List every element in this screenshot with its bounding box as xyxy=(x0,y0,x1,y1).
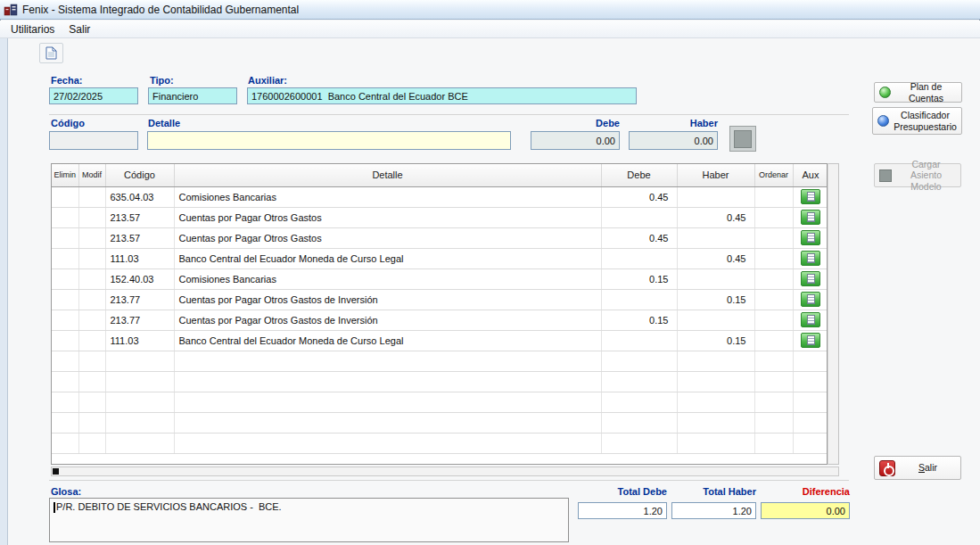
cell-empty[interactable] xyxy=(754,351,793,371)
gray-square-button[interactable] xyxy=(729,126,756,152)
aux-button[interactable] xyxy=(801,312,820,327)
cell-empty[interactable] xyxy=(174,392,601,412)
menu-salir[interactable]: Salir xyxy=(62,21,97,37)
plan-de-cuentas-button[interactable]: Plan de Cuentas xyxy=(874,82,962,103)
glosa-input[interactable]: P/R. DEBITO DE SERVICIOS BANCARIOS - BCE… xyxy=(49,498,569,542)
cell-ordenar[interactable] xyxy=(754,207,793,227)
cell-ordenar[interactable] xyxy=(754,330,793,351)
cell-empty[interactable] xyxy=(174,351,601,371)
cell-empty[interactable] xyxy=(754,392,793,412)
cell-detalle[interactable]: Cuentas por Pagar Otros Gastos xyxy=(174,227,601,248)
new-entry-button[interactable] xyxy=(39,43,63,63)
cell-empty[interactable] xyxy=(52,412,78,433)
cell-detalle[interactable]: Banco Central del Ecuador Moneda de Curs… xyxy=(174,330,601,351)
cell-empty[interactable] xyxy=(78,412,105,433)
cell-elimin[interactable] xyxy=(52,268,78,289)
cell-debe[interactable] xyxy=(601,289,677,310)
cell-empty[interactable] xyxy=(601,371,677,392)
cell-empty[interactable] xyxy=(793,412,828,433)
cell-empty[interactable] xyxy=(105,392,174,412)
table-row-empty[interactable] xyxy=(52,433,828,453)
cell-codigo[interactable]: 152.40.03 xyxy=(105,268,174,289)
cell-empty[interactable] xyxy=(793,433,828,453)
cell-modif[interactable] xyxy=(78,268,105,289)
table-row[interactable]: 111.03Banco Central del Ecuador Moneda d… xyxy=(52,330,828,351)
cell-elimin[interactable] xyxy=(52,227,78,248)
cell-codigo[interactable]: 111.03 xyxy=(105,330,174,351)
detalle-input[interactable] xyxy=(147,131,511,150)
aux-button[interactable] xyxy=(801,292,820,307)
cell-haber[interactable]: 0.45 xyxy=(677,207,754,227)
clasificador-presupuestario-button[interactable]: Clasificador Presupuestario xyxy=(872,107,962,135)
cell-debe[interactable] xyxy=(601,207,677,227)
tipo-input[interactable] xyxy=(148,87,237,104)
grid-horizontal-scrollbar[interactable] xyxy=(51,467,839,476)
cell-empty[interactable] xyxy=(174,371,601,392)
table-row-empty[interactable] xyxy=(52,371,828,392)
cell-empty[interactable] xyxy=(601,392,677,412)
salir-button[interactable]: Salir xyxy=(874,456,961,480)
cell-detalle[interactable]: Cuentas por Pagar Otros Gastos xyxy=(174,207,601,227)
cell-empty[interactable] xyxy=(677,412,754,433)
cell-empty[interactable] xyxy=(601,433,677,453)
cell-haber[interactable] xyxy=(677,186,754,207)
cell-codigo[interactable]: 213.57 xyxy=(105,207,174,227)
cell-empty[interactable] xyxy=(52,392,78,412)
cell-detalle[interactable]: Comisiones Bancarias xyxy=(174,268,601,289)
cell-empty[interactable] xyxy=(174,433,601,453)
cell-empty[interactable] xyxy=(105,351,174,371)
cell-debe[interactable] xyxy=(601,330,677,351)
aux-button[interactable] xyxy=(801,271,820,286)
cell-detalle[interactable]: Cuentas por Pagar Otros Gastos de Invers… xyxy=(174,289,601,310)
cell-elimin[interactable] xyxy=(52,330,78,351)
cell-empty[interactable] xyxy=(105,371,174,392)
cell-debe[interactable]: 0.45 xyxy=(601,186,677,207)
fecha-input[interactable] xyxy=(49,87,138,104)
cell-modif[interactable] xyxy=(78,227,105,248)
cell-codigo[interactable]: 213.57 xyxy=(105,227,174,248)
cell-empty[interactable] xyxy=(52,433,78,453)
cell-modif[interactable] xyxy=(78,330,105,351)
aux-button[interactable] xyxy=(801,333,820,348)
cell-elimin[interactable] xyxy=(52,310,78,330)
cell-empty[interactable] xyxy=(677,351,754,371)
table-row[interactable]: 635.04.03Comisiones Bancarias0.45 xyxy=(52,186,828,207)
cell-debe[interactable]: 0.15 xyxy=(601,310,677,330)
cell-empty[interactable] xyxy=(793,351,828,371)
cell-modif[interactable] xyxy=(78,207,105,227)
auxiliar-input[interactable] xyxy=(247,87,637,104)
cell-codigo[interactable]: 635.04.03 xyxy=(105,186,174,207)
cell-empty[interactable] xyxy=(78,433,105,453)
cell-codigo[interactable]: 213.77 xyxy=(105,289,174,310)
table-row[interactable]: 213.77Cuentas por Pagar Otros Gastos de … xyxy=(52,289,828,310)
table-row-empty[interactable] xyxy=(52,412,828,433)
cell-modif[interactable] xyxy=(78,186,105,207)
cell-haber[interactable]: 0.15 xyxy=(677,289,754,310)
cell-empty[interactable] xyxy=(793,371,828,392)
cell-empty[interactable] xyxy=(793,392,828,412)
cell-empty[interactable] xyxy=(677,371,754,392)
cell-empty[interactable] xyxy=(105,433,174,453)
cell-haber[interactable] xyxy=(677,227,754,248)
cell-haber[interactable]: 0.45 xyxy=(677,248,754,268)
cell-empty[interactable] xyxy=(52,351,78,371)
cell-debe[interactable]: 0.15 xyxy=(601,268,677,289)
cell-empty[interactable] xyxy=(78,371,105,392)
cell-empty[interactable] xyxy=(677,392,754,412)
table-row-empty[interactable] xyxy=(52,392,828,412)
cell-haber[interactable] xyxy=(677,268,754,289)
aux-button[interactable] xyxy=(801,251,820,266)
cell-ordenar[interactable] xyxy=(754,227,793,248)
cell-detalle[interactable]: Banco Central del Ecuador Moneda de Curs… xyxy=(174,248,601,268)
cell-debe[interactable]: 0.45 xyxy=(601,227,677,248)
table-row[interactable]: 213.57Cuentas por Pagar Otros Gastos0.45 xyxy=(52,207,828,227)
aux-button[interactable] xyxy=(801,189,820,204)
table-row[interactable]: 213.77Cuentas por Pagar Otros Gastos de … xyxy=(52,310,828,330)
cell-elimin[interactable] xyxy=(52,207,78,227)
cell-codigo[interactable]: 213.77 xyxy=(105,310,174,330)
cell-modif[interactable] xyxy=(78,289,105,310)
cell-modif[interactable] xyxy=(78,248,105,268)
cell-ordenar[interactable] xyxy=(754,248,793,268)
codigo-input[interactable] xyxy=(49,131,138,150)
menu-utilitarios[interactable]: Utilitarios xyxy=(4,21,62,37)
